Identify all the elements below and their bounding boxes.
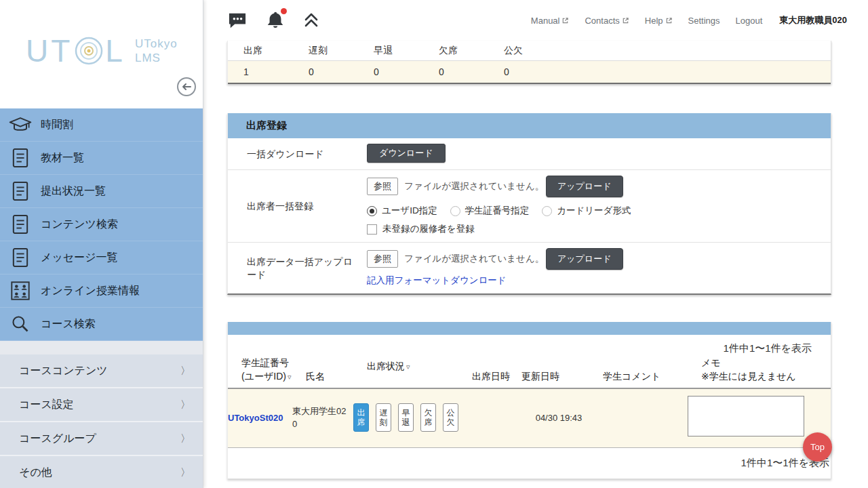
settings-link[interactable]: Settings (688, 16, 720, 26)
summary-val-absent: 0 (439, 66, 504, 77)
logout-link[interactable]: Logout (736, 16, 763, 26)
status-leave-early-button[interactable]: 早退 (398, 403, 414, 432)
chevron-right-icon: 〉 (180, 399, 191, 411)
bulk-register-label: 出席者一括登録 (228, 170, 367, 242)
summary-values-row: 1 0 0 0 0 (228, 61, 831, 84)
upload-button[interactable]: アップロード (546, 176, 623, 197)
radio-unchecked-icon (450, 206, 460, 216)
sidebar-item-messages[interactable]: メッセージ一覧 (0, 241, 203, 274)
radio-card-reader[interactable]: カードリーダ形式 (542, 205, 631, 217)
sidebar-item-others[interactable]: その他 〉 (0, 456, 203, 488)
pagination-top: 1件中1〜1件を表示 (228, 335, 831, 357)
sidebar-course-nav: コースコンテンツ 〉 コース設定 〉 コースグループ 〉 その他 〉 (0, 354, 203, 488)
status-present-button[interactable]: 出席 (353, 403, 369, 432)
materials-list-icon (0, 148, 41, 168)
back-to-top-button[interactable]: Top (803, 432, 832, 462)
col-update-time: 更新日時 (521, 370, 603, 384)
contacts-link[interactable]: Contacts (585, 16, 629, 26)
status-absent-button[interactable]: 欠席 (420, 403, 436, 432)
chevron-right-icon: 〉 (180, 432, 191, 445)
col-student-comment: 学生コメント (603, 370, 701, 384)
bulk-upload-row: 出席データ一括アップロード 参照 ファイルが選択されていません。 アップロード … (228, 243, 831, 293)
section-title: 出席登録 (228, 113, 831, 138)
logo-o-rings-icon (74, 36, 104, 66)
main-area: Manual Contacts Help Settings Logout 東大用… (204, 0, 868, 488)
notifications-button[interactable] (265, 10, 285, 30)
messages-list-icon (0, 247, 41, 268)
status-button-group: 出席 遅刻 早退 欠席 公欠 (353, 403, 458, 432)
sidebar-item-submissions[interactable]: 提出状況一覧 (0, 175, 203, 208)
timetable-icon (0, 116, 41, 134)
col-student-id: 学生証番号 (ユーザID)▿ (241, 357, 306, 383)
upload-button[interactable]: アップロード (546, 248, 623, 270)
submissions-list-icon (0, 181, 41, 201)
sidebar-item-course-contents[interactable]: コースコンテンツ 〉 (0, 354, 203, 388)
logo-letters-right: L (105, 33, 125, 69)
summary-val-excused: 0 (504, 66, 569, 77)
file-status-text: ファイルが選択されていません。 (404, 253, 546, 265)
download-button[interactable]: ダウンロード (367, 144, 446, 163)
sidebar: UT L UTokyo LMS (0, 0, 203, 488)
chat-button[interactable] (227, 12, 248, 29)
sidebar-item-timetable[interactable]: 時間割 (0, 108, 203, 142)
content: 出席 遅刻 早退 欠席 公欠 1 0 0 0 0 出席登録 一括ダウンロード (204, 41, 831, 479)
memo-textarea[interactable] (688, 396, 804, 436)
attendance-summary-table: 出席 遅刻 早退 欠席 公欠 1 0 0 0 0 (227, 41, 831, 84)
student-id-link[interactable]: UTokyoSt020 (228, 413, 283, 423)
radio-user-id[interactable]: ユーザID指定 (367, 205, 437, 217)
manual-link[interactable]: Manual (531, 16, 570, 26)
sort-icon[interactable]: ▿ (288, 373, 292, 381)
sidebar-item-course-group[interactable]: コースグループ 〉 (0, 422, 203, 456)
checkbox-icon (367, 224, 377, 235)
radio-student-number[interactable]: 学生証番号指定 (450, 205, 530, 217)
radio-unchecked-icon (542, 206, 552, 216)
status-excused-button[interactable]: 公欠 (443, 403, 458, 432)
external-link-icon (622, 17, 629, 24)
bulk-upload-label: 出席データ一括アップロード (228, 243, 367, 293)
sidebar-collapse-button[interactable] (177, 77, 196, 96)
summary-col-present: 出席 (243, 45, 309, 57)
sidebar-divider (0, 341, 203, 354)
sort-icon[interactable]: ▿ (406, 363, 410, 371)
students-header-row: 学生証番号 (ユーザID)▿ 氏名 出席状況▿ 出席日時 更新日時 学生コメント… (228, 357, 831, 389)
bulk-register-row: 出席者一括登録 参照 ファイルが選択されていません。 アップロード ユーザID指… (228, 170, 831, 243)
attendance-registration-section: 出席登録 一括ダウンロード ダウンロード 出席者一括登録 参照 ファイルが選択さ… (227, 113, 831, 295)
sidebar-item-online-class[interactable]: オンライン授業情報 (0, 274, 203, 308)
browse-button[interactable]: 参照 (367, 250, 398, 268)
utol-logo: UT L UTokyo LMS (26, 33, 178, 69)
sidebar-item-course-settings[interactable]: コース設定 〉 (0, 388, 203, 422)
summary-header-row: 出席 遅刻 早退 欠席 公欠 (228, 41, 831, 61)
summary-val-late: 0 (309, 66, 374, 77)
chevron-right-icon: 〉 (180, 466, 191, 479)
help-link[interactable]: Help (645, 16, 673, 26)
summary-col-absent: 欠席 (439, 45, 504, 57)
sidebar-main-nav: 時間割 教材一覧 提出状況一覧 コンテンツ検索 メッセージ一覧 (0, 108, 203, 341)
table-accent-bar (228, 322, 831, 335)
col-status: 出席状況▿ (367, 360, 472, 380)
summary-val-leave-early: 0 (374, 66, 439, 77)
notification-badge (281, 8, 287, 14)
chat-bubble-icon (227, 12, 248, 29)
sidebar-item-content-search[interactable]: コンテンツ検索 (0, 208, 203, 241)
summary-col-late: 遅刻 (309, 45, 374, 57)
update-time-value: 04/30 19:43 (508, 413, 589, 423)
topbar: Manual Contacts Help Settings Logout 東大用… (204, 0, 868, 41)
col-attend-time: 出席日時 (472, 370, 521, 384)
sidebar-item-materials[interactable]: 教材一覧 (0, 142, 203, 175)
search-icon (0, 314, 41, 333)
radio-checked-icon (367, 206, 377, 216)
register-unenrolled-checkbox[interactable]: 未登録の履修者を登録 (367, 223, 831, 235)
browse-button[interactable]: 参照 (367, 178, 398, 195)
bulk-download-label: 一括ダウンロード (228, 138, 367, 169)
logo-letters-left: UT (26, 33, 73, 69)
content-search-icon (0, 214, 41, 235)
external-link-icon (665, 17, 673, 24)
scroll-top-button[interactable] (303, 12, 319, 29)
status-late-button[interactable]: 遅刻 (376, 403, 391, 432)
external-link-icon (561, 17, 569, 24)
summary-col-excused: 公欠 (504, 45, 569, 57)
chevron-right-icon: 〉 (180, 365, 191, 378)
sidebar-item-course-search[interactable]: コース検索 (0, 308, 203, 341)
register-mode-radios: ユーザID指定 学生証番号指定 カードリーダ形式 (367, 205, 831, 217)
format-download-link[interactable]: 記入用フォーマットダウンロード (367, 274, 507, 287)
